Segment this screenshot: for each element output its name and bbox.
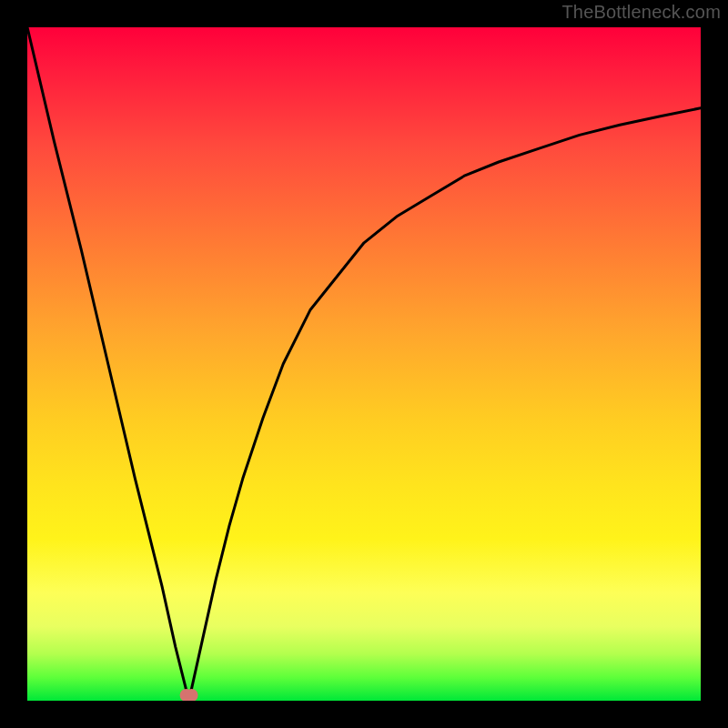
curve-svg (27, 27, 701, 701)
curve-left-branch (27, 27, 189, 701)
plot-area (27, 27, 701, 701)
chart-container: TheBottleneck.com (0, 0, 728, 728)
curve-right-branch (189, 108, 701, 701)
watermark-text: TheBottleneck.com (561, 2, 721, 23)
